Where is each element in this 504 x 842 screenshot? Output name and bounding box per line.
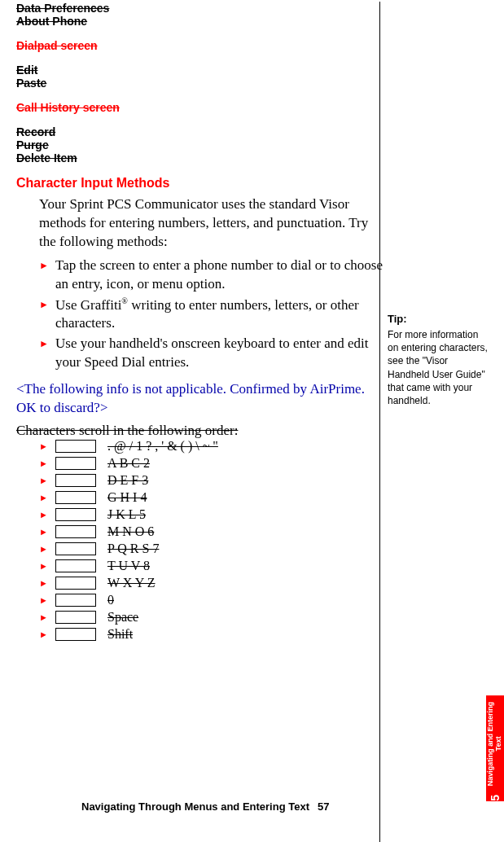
key-box xyxy=(55,491,96,504)
char-value: M N O 6 xyxy=(107,524,154,539)
key-box xyxy=(55,440,96,453)
char-value: D E F 3 xyxy=(107,473,148,488)
key-box xyxy=(55,508,96,521)
list-item: ► Use your handheld's onscreen keyboard … xyxy=(39,335,383,372)
table-row: ►W X Y Z xyxy=(39,576,383,590)
key-box xyxy=(55,594,96,607)
key-box xyxy=(55,457,96,470)
page-number: 57 xyxy=(318,800,329,813)
section-heading: Character Input Methods xyxy=(16,176,383,191)
bullet-marker-icon: ► xyxy=(39,476,55,485)
bullet-marker-icon: ► xyxy=(39,493,55,502)
scroll-intro: Characters scroll in the following order… xyxy=(16,423,383,439)
menu-record: Record xyxy=(16,125,383,138)
bullet-marker-icon: ► xyxy=(39,578,55,588)
char-value: Shift xyxy=(107,627,133,642)
table-row: ►T U V 8 xyxy=(39,559,383,573)
bullet-marker-icon: ► xyxy=(39,335,55,350)
character-table: ►. @ / 1 ? , ' & ( ) \ ~ " ►A B C 2 ►D E… xyxy=(39,439,383,642)
menu-dialpad-screen: Dialpad screen xyxy=(16,39,383,52)
table-row: ►M N O 6 xyxy=(39,524,383,539)
tab-number: 5 xyxy=(489,795,502,801)
char-value: J K L 5 xyxy=(107,507,146,522)
tip-body: For more information on entering charact… xyxy=(388,328,489,407)
char-value: . @ / 1 ? , ' & ( ) \ ~ " xyxy=(107,439,218,454)
page: Data Preferences About Phone Dialpad scr… xyxy=(0,2,504,842)
menu-about-phone: About Phone xyxy=(16,15,383,28)
table-row: ►A B C 2 xyxy=(39,456,383,471)
bullet-marker-icon: ► xyxy=(39,510,55,520)
bullet-list: ► Tap the screen to enter a phone number… xyxy=(39,257,383,372)
tab-label: Navigating and Entering Text xyxy=(487,695,503,792)
table-row: ►G H I 4 xyxy=(39,490,383,505)
char-value: P Q R S 7 xyxy=(107,542,159,556)
menu-purge: Purge xyxy=(16,138,383,151)
key-box xyxy=(55,611,96,624)
bullet-marker-icon: ► xyxy=(39,544,55,554)
char-value: A B C 2 xyxy=(107,456,150,471)
bullet-marker-icon: ► xyxy=(39,257,55,272)
key-box xyxy=(55,577,96,590)
bullet-marker-icon: ► xyxy=(39,296,55,311)
menu-data-preferences: Data Preferences xyxy=(16,2,383,15)
bullet-text: Use Graffiti® writing to enter numbers, … xyxy=(55,296,383,334)
editorial-note: <The following info is not applicable. C… xyxy=(16,380,383,418)
table-row: ►0 xyxy=(39,593,383,607)
table-row: ►P Q R S 7 xyxy=(39,542,383,556)
menu-delete-item: Delete Item xyxy=(16,151,383,164)
bullet-marker-icon: ► xyxy=(39,458,55,468)
bullet-marker-icon: ► xyxy=(39,629,55,639)
char-value: W X Y Z xyxy=(107,576,156,590)
char-value: T U V 8 xyxy=(107,559,150,573)
list-item: ► Tap the screen to enter a phone number… xyxy=(39,257,383,294)
tip-heading: Tip: xyxy=(388,313,489,325)
bullet-marker-icon: ► xyxy=(39,612,55,622)
table-row: ►Space xyxy=(39,610,383,625)
key-box xyxy=(55,542,96,555)
char-value: 0 xyxy=(107,593,114,607)
footer: Navigating Through Menus and Entering Te… xyxy=(0,800,504,813)
bullet-marker-icon: ► xyxy=(39,441,55,451)
menu-edit: Edit xyxy=(16,64,383,77)
table-row: ►. @ / 1 ? , ' & ( ) \ ~ " xyxy=(39,439,383,454)
table-row: ►Shift xyxy=(39,627,383,642)
table-row: ►J K L 5 xyxy=(39,507,383,522)
key-box xyxy=(55,559,96,572)
column-divider xyxy=(379,2,380,842)
right-column: Tip: For more information on entering ch… xyxy=(388,313,489,407)
left-column: Data Preferences About Phone Dialpad scr… xyxy=(16,2,383,642)
char-value: Space xyxy=(107,610,138,625)
bullet-text: Tap the screen to enter a phone number t… xyxy=(55,257,383,294)
key-box xyxy=(55,628,96,641)
menu-paste: Paste xyxy=(16,77,383,90)
bullet-marker-icon: ► xyxy=(39,595,55,605)
char-value: G H I 4 xyxy=(107,490,147,505)
menu-call-history-screen: Call History screen xyxy=(16,101,383,114)
list-item: ► Use Graffiti® writing to enter numbers… xyxy=(39,296,383,334)
table-row: ►D E F 3 xyxy=(39,473,383,488)
footer-title: Navigating Through Menus and Entering Te… xyxy=(81,800,309,813)
key-box xyxy=(55,525,96,538)
bullet-marker-icon: ► xyxy=(39,561,55,571)
bullet-text: Use your handheld's onscreen keyboard to… xyxy=(55,335,383,372)
key-box xyxy=(55,474,96,487)
section-tab: Navigating and Entering Text 5 xyxy=(486,695,504,801)
bullet-marker-icon: ► xyxy=(39,527,55,537)
intro-paragraph: Your Sprint PCS Communicator uses the st… xyxy=(39,195,383,252)
